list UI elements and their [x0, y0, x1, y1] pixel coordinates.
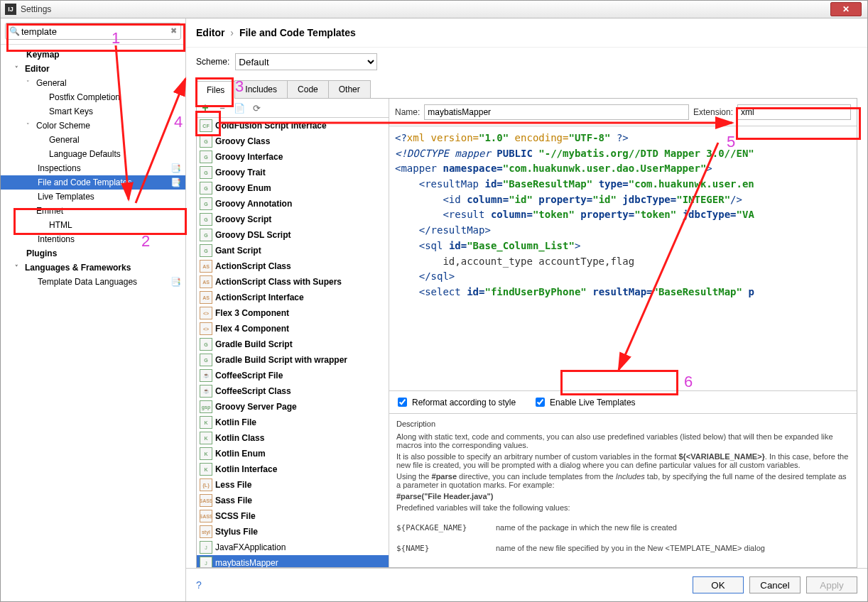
content-pane: Editor › File and Code Templates Scheme:…: [186, 18, 867, 601]
tree-item[interactable]: ˅Emmet: [1, 204, 185, 218]
file-icon: J: [200, 541, 212, 554]
search-input[interactable]: [5, 23, 181, 40]
template-item[interactable]: GGroovy DSL Script: [197, 227, 389, 243]
add-template-icon[interactable]: +: [200, 102, 211, 114]
template-item[interactable]: KKotlin Interface: [197, 461, 389, 477]
tree-item[interactable]: Live Templates: [1, 190, 185, 204]
file-icon: ☕: [200, 369, 212, 382]
cancel-button[interactable]: Cancel: [749, 576, 801, 593]
template-item[interactable]: GGroovy Annotation: [197, 196, 389, 212]
template-item[interactable]: {L}Less File: [197, 477, 389, 493]
breadcrumb: Editor › File and Code Templates: [186, 18, 867, 48]
tree-item[interactable]: Plugins: [1, 246, 185, 261]
template-item[interactable]: ASActionScript Class: [197, 258, 389, 274]
name-input[interactable]: [424, 104, 689, 120]
file-icon: K: [200, 463, 212, 476]
file-icon: J: [200, 557, 212, 567]
extension-input[interactable]: [737, 104, 851, 120]
code-editor[interactable]: <?xml version="1.0" encoding="UTF-8" ?> …: [389, 126, 857, 391]
tree-item[interactable]: General: [1, 133, 185, 147]
search-icon: 🔍: [9, 26, 20, 36]
file-icon: AS: [200, 291, 212, 304]
file-icon: ☕: [200, 385, 212, 398]
template-item[interactable]: ☕CoffeeScript File: [197, 368, 389, 383]
tab-files[interactable]: Files: [196, 81, 235, 99]
file-icon: K: [200, 432, 212, 444]
scheme-label: Scheme:: [196, 57, 229, 67]
file-icon: CF: [200, 119, 212, 132]
template-item[interactable]: KKotlin Class: [197, 430, 389, 446]
template-item[interactable]: GGroovy Trait: [197, 165, 389, 180]
template-item[interactable]: ASActionScript Interface: [197, 290, 389, 305]
tree-item[interactable]: Inspections📑: [1, 161, 185, 175]
tree-item[interactable]: Language Defaults: [1, 147, 185, 161]
apply-button[interactable]: Apply: [806, 576, 857, 593]
file-icon: G: [200, 150, 212, 163]
close-button[interactable]: ✕: [830, 2, 862, 16]
template-list[interactable]: CFColdFusion Script InterfaceGGroovy Cla…: [197, 118, 389, 567]
template-item[interactable]: CFColdFusion Script Interface: [197, 118, 389, 133]
file-icon: G: [200, 229, 212, 241]
template-item[interactable]: ☕CoffeeScript Class: [197, 383, 389, 399]
tree-item[interactable]: ˅Color Scheme: [1, 119, 185, 133]
template-item[interactable]: GGroovy Script: [197, 212, 389, 227]
template-item[interactable]: KKotlin File: [197, 415, 389, 430]
tree-item[interactable]: ˅General: [1, 76, 185, 90]
tab-includes[interactable]: Includes: [234, 80, 288, 98]
tree-item[interactable]: ˅Languages & Frameworks: [1, 261, 185, 275]
settings-window: IJ Settings ✕ 🔍 ✖ Keymap˅Editor˅GeneralP…: [0, 0, 868, 602]
refresh-template-icon[interactable]: ⟳: [251, 102, 262, 114]
ok-button[interactable]: OK: [693, 576, 744, 593]
template-item[interactable]: GGroovy Class: [197, 133, 389, 149]
template-item[interactable]: GGroovy Enum: [197, 180, 389, 196]
help-icon[interactable]: ?: [196, 579, 202, 591]
extension-label: Extension:: [693, 107, 733, 117]
tree-item[interactable]: Keymap: [1, 48, 185, 62]
remove-template-icon[interactable]: −: [217, 102, 228, 114]
clear-search-icon[interactable]: ✖: [170, 26, 177, 35]
file-icon: G: [200, 338, 212, 351]
template-item[interactable]: stylStylus File: [197, 524, 389, 540]
template-item[interactable]: gspGroovy Server Page: [197, 399, 389, 415]
copy-icon: 📑: [170, 163, 181, 173]
copy-icon: 📑: [170, 277, 181, 287]
copy-template-icon[interactable]: 📄: [234, 102, 245, 114]
template-item[interactable]: JmaybatisMapper: [197, 555, 389, 567]
enable-live-templates-checkbox[interactable]: Enable Live Templates: [533, 395, 636, 409]
file-icon: K: [200, 416, 212, 429]
template-item[interactable]: GGradle Build Script with wrapper: [197, 352, 389, 368]
file-icon: G: [200, 135, 212, 148]
settings-tree[interactable]: Keymap˅Editor˅GeneralPostfix CompletionS…: [1, 45, 185, 601]
file-icon: G: [200, 166, 212, 179]
template-item[interactable]: GGradle Build Script: [197, 336, 389, 352]
tree-item[interactable]: File and Code Templates📑: [1, 175, 185, 190]
tree-item[interactable]: Postfix Completion: [1, 90, 185, 104]
reformat-checkbox[interactable]: Reformat according to style: [395, 395, 516, 409]
template-item[interactable]: SASSSCSS File: [197, 508, 389, 524]
file-icon: G: [200, 213, 212, 226]
tree-item[interactable]: ˅Editor: [1, 62, 185, 76]
template-item[interactable]: SASSSass File: [197, 493, 389, 508]
tree-item[interactable]: Smart Keys: [1, 104, 185, 119]
description-header: Description: [396, 420, 850, 428]
template-item[interactable]: ASActionScript Class with Supers: [197, 274, 389, 290]
file-icon: SASS: [200, 494, 212, 507]
template-item[interactable]: <>Flex 4 Component: [197, 321, 389, 336]
tree-item[interactable]: HTML: [1, 218, 185, 232]
template-item[interactable]: GGant Script: [197, 243, 389, 258]
template-item[interactable]: <>Flex 3 Component: [197, 305, 389, 321]
tree-item[interactable]: Intentions: [1, 232, 185, 246]
file-icon: G: [200, 197, 212, 210]
sidebar: 🔍 ✖ Keymap˅Editor˅GeneralPostfix Complet…: [1, 18, 186, 601]
tab-code[interactable]: Code: [287, 80, 329, 98]
scheme-select[interactable]: Default: [235, 53, 377, 70]
template-item[interactable]: JJavaFXApplication: [197, 540, 389, 555]
template-item[interactable]: GGroovy Interface: [197, 149, 389, 165]
template-item[interactable]: KKotlin Enum: [197, 446, 389, 461]
tree-item[interactable]: Template Data Languages📑: [1, 275, 185, 289]
file-icon: <>: [200, 307, 212, 319]
file-icon: G: [200, 354, 212, 366]
tab-other[interactable]: Other: [328, 80, 371, 98]
file-icon: gsp: [200, 400, 212, 413]
file-icon: styl: [200, 525, 212, 538]
